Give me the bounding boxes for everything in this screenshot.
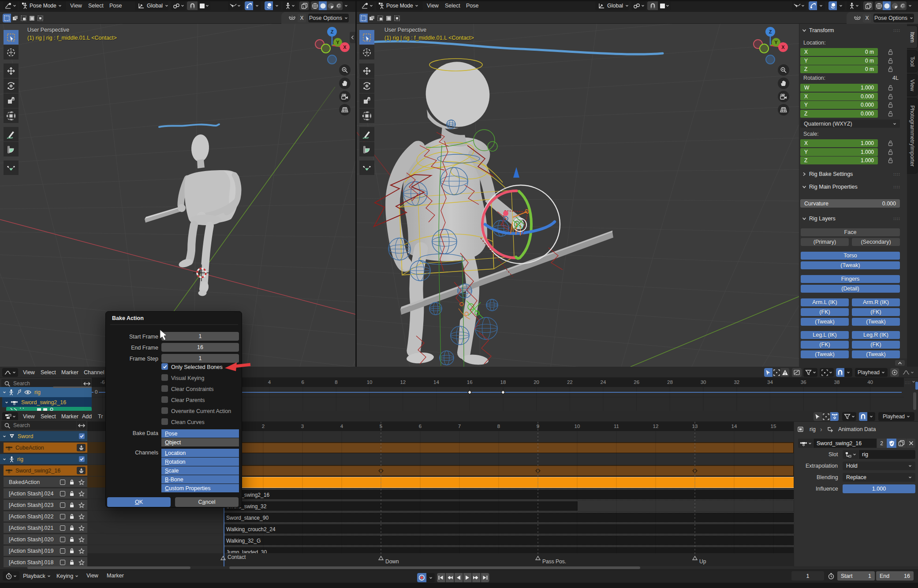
svg-text:Z: Z (769, 29, 772, 34)
svg-text:X: X (781, 45, 785, 50)
svg-text:Z: Z (331, 29, 334, 34)
svg-text:Y: Y (336, 40, 340, 45)
svg-text:X: X (343, 45, 347, 50)
svg-text:Y: Y (774, 40, 778, 45)
